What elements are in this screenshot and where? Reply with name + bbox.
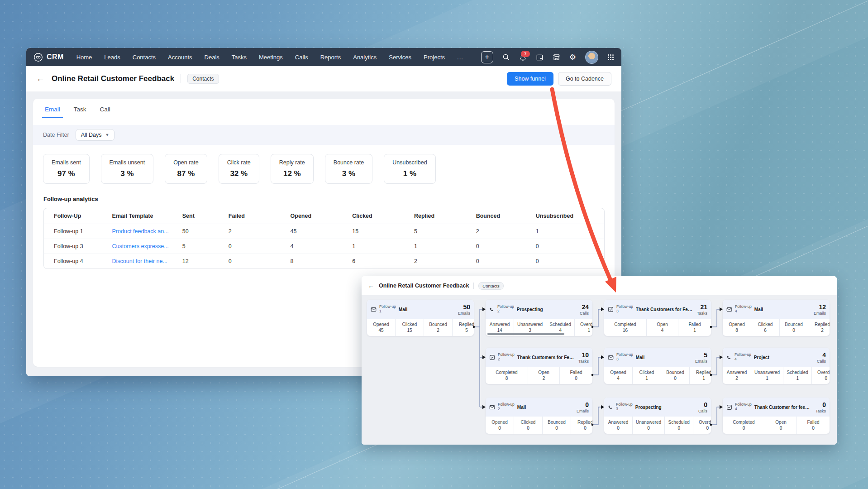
funnel-card-followup-3[interactable]: Follow-up3Prospecting0CallsAnswered0Unan…	[604, 398, 711, 434]
nav-item-tasks[interactable]: Tasks	[232, 54, 247, 61]
funnel-card-followup-4[interactable]: Follow-up4Mail12EmailsOpened8Clicked6Bou…	[723, 300, 830, 336]
funnel-card-count: 24Calls	[578, 303, 589, 316]
funnel-stat-scheduled: Scheduled0	[664, 417, 693, 434]
user-avatar[interactable]	[585, 51, 598, 64]
back-arrow-icon[interactable]: ←	[36, 74, 45, 84]
funnel-card-name: Project	[754, 355, 812, 360]
funnel-card-header: Follow-up3Prospecting0Calls	[604, 398, 711, 417]
nav-item-services[interactable]: Services	[389, 54, 411, 61]
funnel-stat-failed: Failed0	[796, 417, 830, 434]
date-filter-label: Date Filter	[43, 132, 69, 138]
plus-icon: +	[485, 53, 489, 61]
email-template-link[interactable]: Discount for their ne...	[112, 258, 179, 264]
date-filter-value: All Days	[81, 132, 102, 138]
value-cell: 15	[350, 224, 412, 239]
funnel-window: ← Online Retail Customer Feedback Contac…	[362, 276, 837, 445]
stat-label: Reply rate	[279, 159, 305, 166]
apps-grid-icon[interactable]	[607, 54, 614, 61]
count-value: 0	[585, 401, 589, 408]
search-icon[interactable]	[502, 53, 510, 61]
funnel-card-followup-2[interactable]: Follow-up2Prospecting24CallsAnswered14Un…	[486, 300, 592, 336]
nav-more-button[interactable]: ...	[457, 54, 463, 61]
funnel-stat-scheduled: Scheduled1	[783, 367, 811, 384]
funnel-card-followup-4[interactable]: Follow-up4Project4CallsAnswered2Unanswer…	[723, 348, 830, 384]
brand-label: CRM	[47, 53, 64, 61]
settings-gear-icon[interactable]: ⚙	[569, 53, 576, 61]
tab-call[interactable]: Call	[100, 106, 110, 118]
funnel-stat-bounced: Bounced2	[424, 319, 452, 336]
nav-item-reports[interactable]: Reports	[320, 54, 341, 61]
tab-task[interactable]: Task	[74, 106, 86, 118]
quick-create-button[interactable]: +	[481, 51, 493, 63]
nav-item-meetings[interactable]: Meetings	[259, 54, 283, 61]
followup-label: Follow-up	[616, 403, 633, 407]
show-funnel-button[interactable]: Show funnel	[507, 72, 553, 86]
stat-label: Replied	[456, 321, 474, 328]
nav-item-contacts[interactable]: Contacts	[133, 54, 156, 61]
top-nav: CRM HomeLeadsContactsAccountsDealsTasksM…	[26, 48, 621, 66]
stat-value: 0	[800, 425, 826, 431]
email-template-link[interactable]: Product feedback an...	[112, 228, 179, 235]
column-header-replied: Replied	[412, 208, 474, 224]
funnel-card-followup-2[interactable]: Follow-up2Mail0EmailsOpened0Clicked0Boun…	[486, 398, 592, 434]
email-template-link[interactable]: Customers expresse...	[112, 243, 179, 249]
nav-item-calls[interactable]: Calls	[295, 54, 308, 61]
stat-label: Unsubscribed	[392, 159, 427, 166]
tab-email[interactable]: Email	[45, 106, 60, 118]
call-icon	[489, 307, 495, 312]
value-cell: 5	[412, 224, 474, 239]
followup-seq: Follow-up1	[379, 305, 396, 314]
funnel-stat-open: Open0	[765, 417, 796, 434]
stat-value: 0	[563, 375, 589, 382]
funnel-stat-overdue: Overdue0	[811, 367, 830, 384]
horizontal-scrollbar[interactable]	[487, 333, 564, 335]
funnel-stat-completed: Completed0	[723, 417, 765, 434]
stat-label: Open	[768, 419, 793, 426]
divider	[473, 283, 474, 289]
funnel-card-followup-4[interactable]: Follow-up4Thank Customer for feedback0Ta…	[723, 398, 830, 434]
count-value: 0	[822, 401, 826, 408]
funnel-card-followup-3[interactable]: Follow-up3Mail5EmailsOpened4Clicked1Boun…	[604, 348, 711, 384]
stat-label: Overdue	[696, 419, 711, 426]
nav-item-projects[interactable]: Projects	[424, 54, 445, 61]
notifications-bell-icon[interactable]: 7	[519, 53, 527, 61]
date-filter-dropdown[interactable]: All Days ▼	[76, 129, 115, 141]
stat-label: Clicked	[636, 369, 658, 376]
stat-label: Replied	[693, 369, 711, 376]
stat-value: 0	[607, 425, 629, 431]
table-row: Follow-up 3Customers expresse...5041100	[44, 239, 604, 254]
followup-number: 1	[379, 309, 396, 314]
value-cell: 0	[474, 254, 534, 269]
stat-label: Open rate	[173, 159, 199, 166]
column-header-clicked: Clicked	[350, 208, 412, 224]
nav-item-accounts[interactable]: Accounts	[168, 54, 192, 61]
followup-number: 3	[616, 407, 633, 412]
stat-value: 0	[574, 425, 592, 431]
page-title: Online Retail Customer Feedback	[52, 74, 174, 83]
funnel-card-followup-1[interactable]: Follow-up1Mail50EmailsOpened45Clicked15B…	[367, 300, 474, 336]
marketplace-store-icon[interactable]	[553, 53, 560, 61]
nav-item-deals[interactable]: Deals	[205, 54, 219, 61]
stat-label: Completed	[607, 321, 643, 328]
stat-value: 1	[682, 327, 708, 334]
go-to-cadence-button[interactable]: Go to Cadence	[558, 72, 611, 86]
calendar-icon[interactable]	[536, 53, 544, 61]
crm-logo[interactable]: CRM	[33, 53, 64, 62]
stat-card-emails-unsent: Emails unsent3 %	[101, 154, 154, 184]
funnel-card-followup-2[interactable]: Follow-up2Thank Customers for Feedback10…	[486, 348, 592, 384]
funnel-back-arrow-icon[interactable]: ←	[368, 282, 374, 289]
nav-item-leads[interactable]: Leads	[104, 54, 120, 61]
followup-number: 2	[498, 357, 515, 362]
funnel-card-stats: Completed0Open0Failed0	[723, 417, 830, 434]
call-icon	[608, 404, 613, 410]
nav-item-analytics[interactable]: Analytics	[353, 54, 377, 61]
filter-band: Date Filter All Days ▼	[33, 125, 615, 145]
count-unit: Tasks	[697, 311, 707, 316]
followup-number: 4	[735, 407, 752, 412]
stat-value: 0	[636, 425, 661, 431]
count-unit: Tasks	[578, 359, 589, 364]
followup-number: 2	[498, 407, 515, 412]
stat-value: 0	[726, 425, 762, 431]
funnel-card-followup-3[interactable]: Follow-up3Thank Customers for Feedback21…	[604, 300, 711, 336]
nav-item-home[interactable]: Home	[76, 54, 92, 61]
